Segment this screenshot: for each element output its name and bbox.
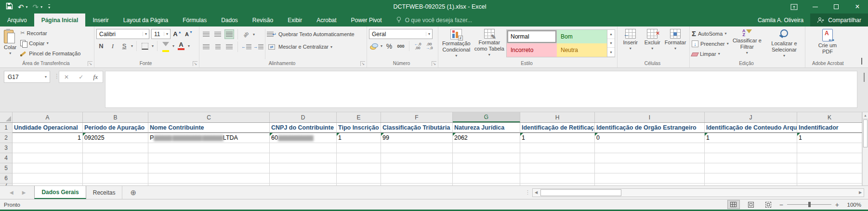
maximize-button[interactable] [826, 0, 847, 13]
column-header-B[interactable]: B [83, 112, 148, 122]
zoom-percentage[interactable]: 100% [844, 202, 861, 208]
format-cells-button[interactable]: Formatar ▾ [663, 28, 687, 60]
formula-input[interactable] [105, 71, 857, 108]
cut-button[interactable]: ✂ Recortar [20, 28, 80, 38]
cell-F6[interactable] [381, 173, 453, 184]
format-dropdown-icon[interactable]: ▾ [674, 46, 676, 51]
cell-G6[interactable] [453, 173, 520, 184]
accounting-format-icon[interactable] [369, 41, 379, 51]
sheet-nav-right-icon[interactable]: ▶ [22, 190, 26, 195]
sheet-nav-left-icon[interactable]: ◀ [10, 190, 13, 195]
cell-F3[interactable] [381, 143, 453, 153]
conditional-formatting-button[interactable]: ≠ Formatação Condicional ▾ [440, 28, 473, 60]
sheet-tab-dados-gerais[interactable]: Dados Gerais [34, 186, 86, 199]
sort-filter-button[interactable]: AZ Classificar e Filtrar ▾ [729, 28, 765, 60]
save-icon[interactable] [6, 2, 13, 12]
column-header-H[interactable]: H [520, 112, 595, 122]
ribbon-tab-revis-o[interactable]: Revisão [245, 13, 280, 26]
align-middle-icon[interactable] [213, 29, 223, 39]
cell-B5[interactable] [83, 163, 148, 173]
cell-J2[interactable]: 1 [705, 133, 797, 143]
cell-A2[interactable]: 1 [13, 133, 83, 143]
cell-I5[interactable] [595, 163, 705, 173]
font-family-combo[interactable]: Calibri▾ [96, 29, 149, 39]
cell-H2[interactable]: 1 [520, 133, 595, 143]
cell-E3[interactable] [337, 143, 381, 153]
column-header-F[interactable]: F [381, 112, 453, 122]
cell-J5[interactable] [705, 163, 797, 173]
undo-icon[interactable]: ↶ [18, 3, 24, 11]
collapse-ribbon-icon[interactable] [861, 59, 862, 65]
cell-B2[interactable]: 092025 [83, 133, 148, 143]
cell-H6[interactable] [520, 173, 595, 184]
column-header-K[interactable]: K [797, 112, 862, 122]
ribbon-tab-arquivo[interactable]: Arquivo [0, 13, 34, 26]
cell-H4[interactable] [520, 153, 595, 163]
wrap-text-button[interactable]: ↵ Quebrar Texto Automaticamente [267, 28, 355, 40]
increase-indent-icon[interactable]: → [253, 42, 263, 52]
cell-I6[interactable] [595, 173, 705, 184]
cell-K5[interactable] [797, 163, 862, 173]
align-top-icon[interactable] [201, 29, 211, 39]
ribbon-tab-exibir[interactable]: Exibir [280, 13, 309, 26]
orientation-dropdown-icon[interactable]: ▾ [253, 32, 255, 37]
fill-color-icon[interactable] [161, 41, 171, 51]
sort-dropdown-icon[interactable]: ▾ [746, 51, 748, 55]
font-color-icon[interactable]: A [176, 41, 186, 51]
cell-D1[interactable]: CNPJ do Contribuinte [270, 123, 337, 133]
column-header-I[interactable]: I [595, 112, 705, 122]
page-break-view-button[interactable] [762, 200, 775, 209]
zoom-slider-thumb[interactable] [808, 202, 811, 207]
cell-G3[interactable] [453, 143, 520, 153]
delete-cells-button[interactable]: × Excluir ▾ [642, 28, 664, 60]
autosum-dropdown-icon[interactable]: ▾ [724, 31, 726, 36]
create-pdf-button[interactable]: Crie um PDF [811, 28, 844, 60]
clipboard-dialog-launcher[interactable]: ↘ [88, 61, 92, 66]
cell-G1[interactable]: Natureza Jurídica [453, 123, 520, 133]
cell-style-normal[interactable]: Normal [507, 30, 557, 43]
cell-A3[interactable] [13, 143, 83, 153]
cell-G2[interactable]: 2062 [453, 133, 520, 143]
horizontal-scroll-thumb[interactable] [540, 189, 621, 196]
paste-dropdown-icon[interactable]: ▾ [9, 51, 11, 56]
autosum-button[interactable]: Σ AutoSoma ▾ [692, 28, 729, 39]
close-button[interactable]: × [847, 0, 868, 13]
cell-A1[interactable]: Undidade Operacional [13, 123, 83, 133]
cell-style-bom[interactable]: Bom [557, 30, 607, 43]
gallery-down-icon[interactable]: ▼ [607, 39, 615, 48]
orientation-icon[interactable]: ab [241, 29, 251, 39]
name-box[interactable]: G17 ▾ [4, 71, 50, 83]
cell-J1[interactable]: Identificação de Conteudo Arquivo [705, 123, 797, 133]
user-name[interactable]: Camila A. Oliveira [758, 17, 803, 24]
cell-B1[interactable]: Período de Apuração [83, 123, 148, 133]
align-right-icon[interactable] [224, 42, 234, 52]
cell-H3[interactable] [520, 143, 595, 153]
copy-dropdown-icon[interactable]: ▾ [47, 41, 49, 45]
decrease-decimal-icon[interactable]: ,00→,0 [424, 41, 434, 51]
cell-I1[interactable]: Identificação de Orgão Estrangeiro [595, 123, 705, 133]
cell-F5[interactable] [381, 163, 453, 173]
tab-scroll-splitter[interactable]: ⋮ [525, 189, 530, 196]
merge-dropdown-icon[interactable]: ▾ [330, 45, 332, 49]
cell-D2[interactable]: 60████████████ [270, 133, 337, 143]
paste-button[interactable]: Colar ▾ [2, 28, 18, 60]
new-sheet-button[interactable]: ⊕ [122, 186, 144, 199]
cell-F2[interactable]: 99 [381, 133, 453, 143]
share-button[interactable]: Compartilhar [810, 13, 868, 26]
cell-H5[interactable] [520, 163, 595, 173]
increase-decimal-icon[interactable]: ←,0,00 [413, 41, 422, 51]
insert-cells-button[interactable]: ← Inserir ▾ [619, 28, 642, 60]
vertical-scrollbar[interactable]: ▲ [862, 112, 868, 185]
cell-E1[interactable]: Tipo Inscrição [337, 123, 381, 133]
cell-J6[interactable] [705, 173, 797, 184]
decrease-font-icon[interactable]: A▼ [184, 29, 194, 39]
row-header-1[interactable]: 1 [0, 123, 13, 133]
scroll-left-icon[interactable]: ◀ [533, 190, 539, 195]
cell-C3[interactable] [148, 143, 270, 153]
conditional-dropdown-icon[interactable]: ▾ [455, 53, 457, 58]
cell-A4[interactable] [13, 153, 83, 163]
cell-D4[interactable] [270, 153, 337, 163]
borders-icon[interactable] [140, 41, 150, 51]
number-dialog-launcher[interactable]: ↘ [432, 61, 436, 66]
cell-A5[interactable] [13, 163, 83, 173]
